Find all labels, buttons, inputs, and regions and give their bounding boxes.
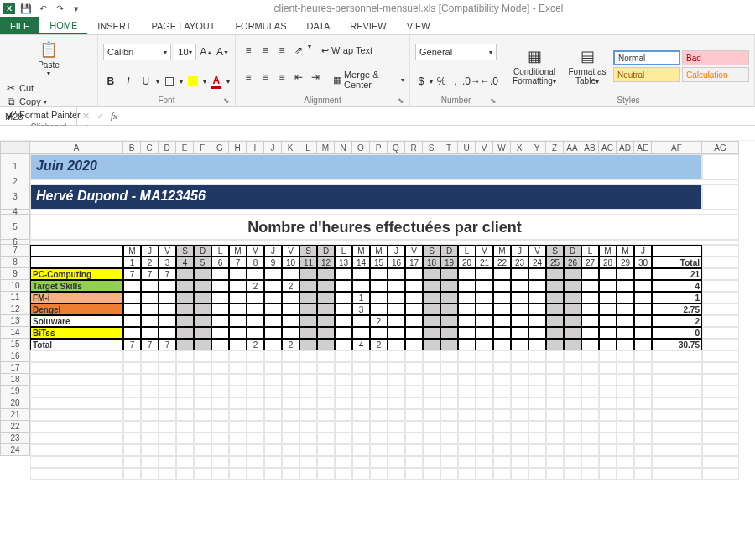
number-expander-icon[interactable]: ⬊ <box>490 96 497 105</box>
cell[interactable] <box>264 386 282 397</box>
cell[interactable] <box>282 315 299 327</box>
redo-icon[interactable]: ↷ <box>54 3 65 14</box>
cell[interactable] <box>335 362 352 374</box>
cell[interactable] <box>247 397 264 409</box>
cell[interactable] <box>159 421 176 433</box>
cell[interactable] <box>702 374 739 386</box>
cell[interactable]: 28 <box>599 257 617 268</box>
cell[interactable]: M <box>247 245 264 257</box>
cell[interactable] <box>702 280 739 292</box>
cell[interactable] <box>581 433 599 444</box>
cell[interactable] <box>599 292 617 303</box>
cell[interactable] <box>634 362 652 374</box>
cell[interactable] <box>264 292 282 303</box>
column-header[interactable]: M <box>317 141 335 154</box>
cell[interactable] <box>335 268 352 280</box>
cell[interactable] <box>317 362 335 374</box>
cell[interactable] <box>546 468 564 480</box>
cell[interactable] <box>564 444 581 456</box>
formula-input[interactable] <box>122 107 755 125</box>
cell[interactable] <box>564 421 581 433</box>
cell[interactable] <box>458 433 476 444</box>
cell[interactable] <box>702 292 739 303</box>
cell[interactable] <box>141 292 159 303</box>
cell[interactable] <box>194 339 211 350</box>
cell[interactable] <box>176 280 194 292</box>
cell[interactable] <box>176 397 194 409</box>
cell[interactable] <box>370 468 388 480</box>
cell[interactable] <box>282 327 299 339</box>
cell[interactable] <box>440 456 458 468</box>
cell[interactable] <box>493 268 511 280</box>
cell[interactable] <box>476 468 493 480</box>
cell[interactable] <box>264 303 282 315</box>
cell[interactable] <box>352 421 370 433</box>
underline-button[interactable]: U <box>138 74 154 89</box>
cell[interactable]: 7 <box>123 268 141 280</box>
cell[interactable] <box>423 374 440 386</box>
cell[interactable] <box>440 409 458 421</box>
cell[interactable] <box>247 315 264 327</box>
column-header[interactable]: I <box>247 141 264 154</box>
cell[interactable] <box>511 350 528 362</box>
cell[interactable] <box>546 303 564 315</box>
cell[interactable] <box>423 350 440 362</box>
tab-review[interactable]: REVIEW <box>340 17 396 34</box>
cell[interactable] <box>493 386 511 397</box>
orientation-icon[interactable]: ⇗ <box>291 43 306 58</box>
cell[interactable]: 11 <box>299 257 317 268</box>
cell[interactable] <box>599 339 617 350</box>
cell[interactable] <box>282 386 299 397</box>
cell[interactable] <box>405 327 423 339</box>
cell[interactable] <box>282 444 299 456</box>
cell[interactable] <box>211 292 229 303</box>
cell[interactable] <box>229 444 247 456</box>
cell[interactable] <box>493 456 511 468</box>
cell[interactable] <box>370 350 388 362</box>
cell[interactable]: 19 <box>440 257 458 268</box>
cell[interactable] <box>511 421 528 433</box>
cell[interactable] <box>335 315 352 327</box>
cell[interactable] <box>388 327 405 339</box>
cell[interactable] <box>247 444 264 456</box>
row-header[interactable]: 1 <box>0 154 30 179</box>
cell[interactable] <box>581 409 599 421</box>
cell[interactable] <box>458 409 476 421</box>
cell[interactable] <box>511 468 528 480</box>
cell[interactable]: 3 <box>159 257 176 268</box>
paste-button[interactable]: 📋 Paste ▾ <box>5 39 92 79</box>
cell[interactable] <box>423 386 440 397</box>
cell[interactable] <box>388 409 405 421</box>
cell[interactable]: 2 <box>141 257 159 268</box>
cell[interactable] <box>194 468 211 480</box>
cell[interactable] <box>229 374 247 386</box>
cell[interactable] <box>652 350 702 362</box>
cell[interactable] <box>264 339 282 350</box>
cell[interactable] <box>405 433 423 444</box>
column-header[interactable]: P <box>370 141 388 154</box>
column-header[interactable]: Q <box>388 141 405 154</box>
percent-format-icon[interactable]: % <box>435 74 447 89</box>
cell[interactable] <box>493 315 511 327</box>
cell[interactable] <box>511 327 528 339</box>
cell[interactable] <box>702 327 739 339</box>
cell[interactable] <box>229 339 247 350</box>
cell[interactable] <box>476 444 493 456</box>
cell[interactable] <box>299 268 317 280</box>
cell[interactable] <box>352 409 370 421</box>
cell[interactable] <box>194 268 211 280</box>
cell[interactable]: 7 <box>141 268 159 280</box>
cell[interactable] <box>528 327 546 339</box>
cell[interactable] <box>141 433 159 444</box>
cell[interactable]: 4 <box>176 257 194 268</box>
cell[interactable] <box>264 397 282 409</box>
cell[interactable] <box>652 409 702 421</box>
cell[interactable]: D <box>564 245 581 257</box>
cell[interactable] <box>599 421 617 433</box>
increase-font-icon[interactable]: A▲ <box>199 44 213 60</box>
cell[interactable]: BiTss <box>30 327 123 339</box>
cell[interactable]: 2 <box>247 280 264 292</box>
cell[interactable] <box>211 397 229 409</box>
cell[interactable] <box>581 292 599 303</box>
cell[interactable]: 27 <box>581 257 599 268</box>
